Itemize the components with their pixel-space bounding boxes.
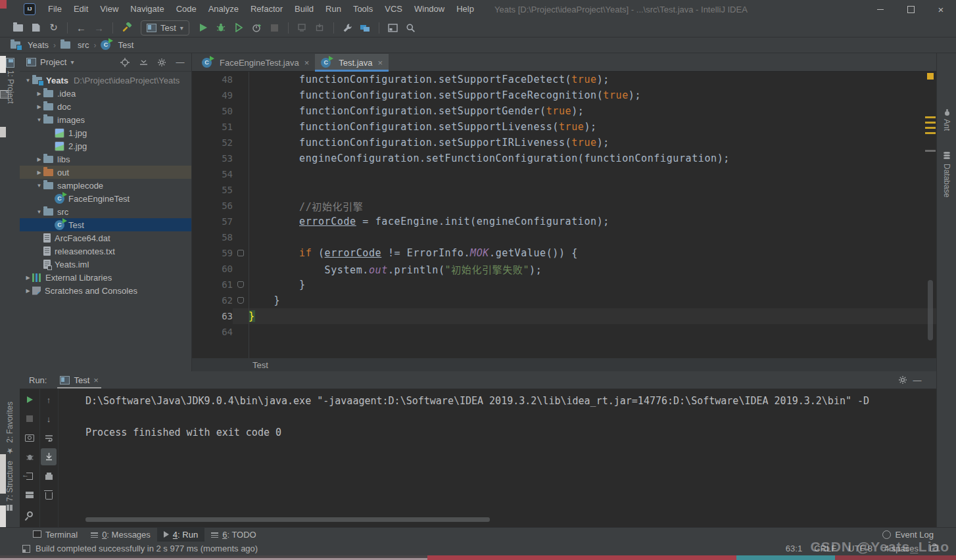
menu-help[interactable]: Help — [450, 0, 480, 18]
code-line-61[interactable]: 61 } — [192, 277, 936, 292]
toolwindow-button-6-todo[interactable]: 6: TODO — [204, 528, 263, 542]
tree-item-doc[interactable]: ▶doc — [20, 100, 191, 113]
toolwindow-button-terminal[interactable]: Terminal — [26, 528, 84, 542]
profiler-icon[interactable] — [248, 20, 266, 35]
exit-icon[interactable] — [20, 467, 39, 484]
up-stack-trace-icon[interactable]: ↑ — [39, 391, 58, 408]
close-window-icon[interactable]: × — [926, 0, 956, 18]
fold-end-icon[interactable] — [233, 281, 249, 288]
tree-expanded-icon[interactable]: ▼ — [35, 117, 43, 123]
tree-collapsed-icon[interactable]: ▶ — [35, 170, 43, 175]
run-with-coverage-icon[interactable] — [230, 20, 248, 35]
tree-item-samplecode[interactable]: ▼samplecode — [20, 179, 191, 192]
code-line-58[interactable]: 58 — [192, 229, 936, 245]
editor-vertical-scrollbar[interactable] — [928, 280, 933, 340]
tree-item-2.jpg[interactable]: 2.jpg — [20, 139, 191, 152]
tree-collapsed-icon[interactable]: ▶ — [35, 104, 43, 110]
build-hammer-icon[interactable] — [118, 20, 135, 35]
editor-tab-faceenginetest.java[interactable]: FaceEngineTest.java× — [196, 54, 315, 71]
tree-expanded-icon[interactable]: ▼ — [35, 209, 43, 215]
error-stripe-mark-gray[interactable] — [925, 150, 936, 152]
code-line-55[interactable]: 55 — [192, 182, 936, 198]
menu-tools[interactable]: Tools — [347, 0, 379, 18]
collapse-all-icon[interactable] — [136, 56, 151, 69]
attach-debugger-icon[interactable] — [293, 20, 311, 35]
project-panel-title[interactable]: Project — [40, 57, 66, 67]
breadcrumb-item-src[interactable]: src — [60, 40, 89, 50]
console-horizontal-scrollbar[interactable] — [85, 517, 490, 522]
run-configuration-select[interactable]: Test ▾ — [141, 20, 189, 35]
tree-item-faceenginetest[interactable]: FaceEngineTest — [20, 192, 191, 205]
run-console[interactable]: D:\Software\Java\JDK9.0.4\bin\java.exe "… — [58, 389, 936, 521]
tree-item-libs[interactable]: ▶libs — [20, 152, 191, 166]
scroll-to-end-icon[interactable] — [41, 448, 57, 465]
deploy-artifact-icon[interactable] — [311, 20, 329, 35]
menu-refactor[interactable]: Refactor — [245, 0, 289, 18]
tree-item-yeats.iml[interactable]: Yeats.iml — [20, 258, 191, 271]
menu-window[interactable]: Window — [408, 0, 450, 18]
code-area[interactable]: 48 functionConfiguration.setSupportFaceD… — [192, 72, 936, 359]
menu-run[interactable]: Run — [320, 0, 347, 18]
pin-tab-icon[interactable] — [20, 505, 39, 523]
menu-vcs[interactable]: VCS — [379, 0, 408, 18]
code-line-51[interactable]: 51 functionConfiguration.setSupportLiven… — [192, 119, 936, 135]
minimize-window-icon[interactable] — [865, 0, 896, 18]
run-button-icon[interactable] — [195, 20, 212, 35]
tree-item-arcface64.dat[interactable]: ArcFace64.dat — [20, 231, 191, 245]
stripe-button-favorites[interactable]: ★2: Favorites — [5, 402, 14, 455]
code-line-56[interactable]: 56 //初始化引擎 — [192, 198, 936, 214]
error-stripe-mark[interactable] — [925, 127, 936, 129]
tree-collapsed-icon[interactable]: ▶ — [24, 275, 32, 281]
breadcrumb-item-yeats[interactable]: Yeats — [11, 40, 49, 50]
stripe-button-structure[interactable]: 7: Structure — [5, 461, 14, 511]
code-line-57[interactable]: 57 errorCode = faceEngine.init(engineCon… — [192, 214, 936, 229]
menu-file[interactable]: File — [42, 0, 68, 18]
tree-item-external-libraries[interactable]: ▶External Libraries — [20, 271, 191, 284]
run-settings-gear-icon[interactable] — [896, 373, 910, 386]
tree-item-out[interactable]: ▶out — [20, 166, 191, 179]
tree-collapsed-icon[interactable]: ▶ — [24, 288, 32, 294]
code-line-64[interactable]: 64 — [192, 324, 936, 340]
menu-code[interactable]: Code — [170, 0, 203, 18]
tree-collapsed-icon[interactable]: ▶ — [35, 156, 43, 162]
close-icon[interactable]: × — [93, 375, 99, 385]
breadcrumb-item-test[interactable]: Test — [101, 40, 133, 50]
hide-panel-icon[interactable]: — — [173, 56, 187, 69]
stop-icon[interactable] — [20, 410, 39, 427]
menu-view[interactable]: View — [94, 0, 124, 18]
rerun-icon[interactable] — [20, 391, 39, 408]
search-everywhere-icon[interactable] — [402, 20, 419, 35]
toolwindow-button-4-run[interactable]: 4: Run — [157, 528, 204, 542]
toolwindow-toggle-icon[interactable] — [22, 545, 30, 553]
restart-debug-icon[interactable] — [20, 448, 39, 465]
error-stripe-mark[interactable] — [925, 132, 936, 134]
back-icon[interactable]: ← — [72, 20, 90, 35]
run-tab-test[interactable]: Test × — [56, 371, 102, 388]
error-stripe-warning-mark[interactable] — [927, 73, 934, 80]
hide-run-panel-icon[interactable]: — — [910, 373, 924, 386]
tree-item-1.jpg[interactable]: 1.jpg — [20, 126, 191, 139]
stop-icon[interactable] — [266, 20, 283, 35]
editor-tab-test.java[interactable]: Test.java× — [315, 54, 389, 71]
code-line-52[interactable]: 52 functionConfiguration.setSupportIRLiv… — [192, 135, 936, 151]
stripe-button-database[interactable]: Database — [942, 152, 951, 197]
tree-expanded-icon[interactable]: ▼ — [24, 78, 32, 83]
maximize-window-icon[interactable] — [896, 0, 926, 18]
stripe-button-project[interactable]: 1: Project — [5, 58, 15, 104]
soft-wrap-icon[interactable] — [39, 429, 58, 446]
encoding-widget[interactable]: UTF-8 — [848, 544, 872, 553]
down-stack-trace-icon[interactable]: ↓ — [39, 410, 58, 427]
forward-icon[interactable]: → — [90, 20, 108, 35]
tree-expanded-icon[interactable]: ▼ — [35, 183, 43, 189]
restore-layout-icon[interactable] — [20, 486, 39, 503]
tree-collapsed-icon[interactable]: ▶ — [35, 91, 43, 97]
event-log-button[interactable]: Event Log — [882, 530, 934, 540]
indent-widget[interactable]: 4 spaces — [884, 544, 919, 553]
save-all-icon[interactable] — [27, 20, 45, 35]
tree-item-releasenotes.txt[interactable]: releasenotes.txt — [20, 245, 191, 258]
tree-item-test[interactable]: Test — [20, 218, 191, 231]
fold-start-icon[interactable] — [233, 250, 249, 256]
debug-bug-icon[interactable] — [212, 20, 230, 35]
toolwindow-box-icon[interactable] — [384, 20, 402, 35]
code-line-62[interactable]: 62 } — [192, 292, 936, 308]
